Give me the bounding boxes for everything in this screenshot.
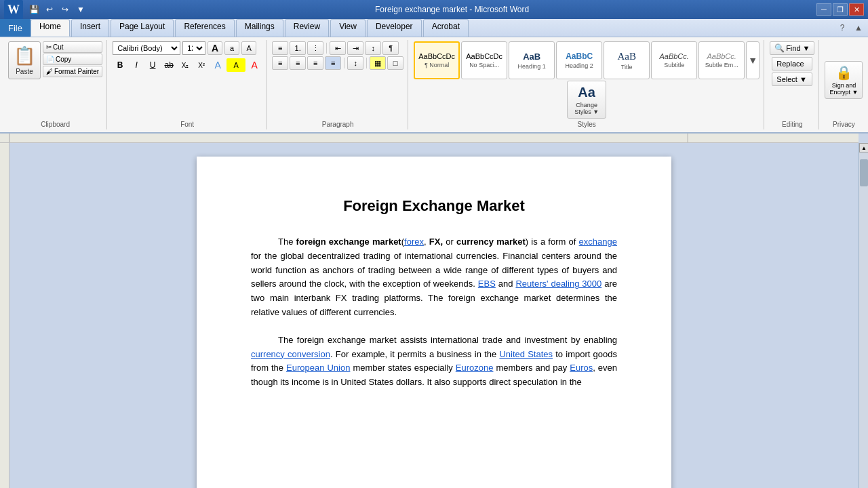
link-exchange[interactable]: exchange bbox=[579, 237, 617, 247]
cut-button[interactable]: ✂Cut bbox=[43, 41, 102, 53]
tab-home[interactable]: Home bbox=[31, 19, 70, 37]
bold-fx: FX, bbox=[429, 237, 443, 247]
font-format-row: B I U ab X₂ X² A A A bbox=[113, 58, 262, 72]
editing-group: 🔍 Find ▼ Replace Select ▼ Editing bbox=[766, 40, 819, 129]
font-family-select[interactable]: Calibri (Body) bbox=[113, 41, 180, 55]
font-size-select[interactable]: 12 bbox=[182, 41, 205, 55]
replace-button[interactable]: Replace bbox=[772, 57, 812, 70]
sort-button[interactable]: ↕ bbox=[365, 41, 381, 55]
center-button[interactable]: ≡ bbox=[290, 56, 306, 70]
bullets-button[interactable]: ≡ bbox=[272, 41, 288, 55]
align-left-button[interactable]: ≡ bbox=[272, 56, 288, 70]
tab-developer[interactable]: Developer bbox=[367, 19, 422, 37]
select-button[interactable]: Select ▼ bbox=[772, 73, 812, 86]
save-button[interactable]: 💾 bbox=[27, 3, 41, 16]
line-spacing-button[interactable]: ↕ bbox=[347, 56, 363, 70]
underline-button[interactable]: U bbox=[145, 58, 160, 72]
link-currency-conversion[interactable]: currency conversion bbox=[251, 349, 330, 359]
font-shrink-button[interactable]: a bbox=[224, 41, 239, 55]
strikethrough-button[interactable]: ab bbox=[161, 58, 176, 72]
vertical-scrollbar[interactable]: ▲ ▼ bbox=[859, 143, 868, 488]
scroll-thumb[interactable] bbox=[860, 159, 868, 186]
scroll-up-button[interactable]: ▲ bbox=[859, 143, 868, 152]
tab-references[interactable]: References bbox=[175, 19, 234, 37]
document-container[interactable]: Foreign Exchange Market The foreign exch… bbox=[9, 143, 859, 488]
link-reuters[interactable]: Reuters' dealing 3000 bbox=[515, 279, 601, 289]
clear-format-button[interactable]: A bbox=[241, 41, 256, 55]
tab-view[interactable]: View bbox=[330, 19, 366, 37]
link-euros[interactable]: Euros bbox=[570, 363, 593, 373]
style-subtle-em-item[interactable]: AaBbCc. Subtle Em... bbox=[698, 41, 745, 79]
undo-button[interactable]: ↩ bbox=[43, 3, 56, 16]
show-marks-button[interactable]: ¶ bbox=[382, 41, 399, 55]
style-heading2-item[interactable]: AaBbC Heading 2 bbox=[556, 41, 602, 79]
format-painter-button[interactable]: 🖌Format Painter bbox=[43, 66, 102, 77]
document-title: Foreign Exchange Market bbox=[251, 197, 617, 215]
close-button[interactable]: ✕ bbox=[849, 3, 864, 16]
styles-group: AaBbCcDc ¶ Normal AaBbCcDc No Spaci... A… bbox=[410, 40, 764, 129]
ribbon-help-button[interactable]: ? bbox=[835, 21, 849, 35]
style-title-preview: AaB bbox=[617, 51, 636, 62]
ruler-corner bbox=[0, 134, 9, 143]
decrease-indent-button[interactable]: ⇤ bbox=[330, 41, 346, 55]
tab-page-layout[interactable]: Page Layout bbox=[111, 19, 174, 37]
justify-button[interactable]: ≡ bbox=[325, 56, 341, 70]
editing-label: Editing bbox=[782, 119, 803, 128]
highlight-color-button[interactable]: A bbox=[226, 58, 245, 72]
ribbon-minimize-button[interactable]: ▲ bbox=[852, 21, 865, 35]
styles-label: Styles bbox=[578, 119, 596, 128]
privacy-label: Privacy bbox=[833, 119, 855, 128]
numbering-button[interactable]: 1. bbox=[290, 41, 306, 55]
word-app-icon: W bbox=[4, 0, 23, 19]
tab-acrobat[interactable]: Acrobat bbox=[423, 19, 469, 37]
tab-review[interactable]: Review bbox=[285, 19, 329, 37]
horizontal-ruler bbox=[9, 134, 859, 143]
tab-file[interactable]: File bbox=[0, 19, 31, 37]
font-grow-button[interactable]: A bbox=[208, 41, 222, 55]
clipboard-label: Clipboard bbox=[41, 119, 70, 128]
restore-button[interactable]: ❐ bbox=[833, 3, 848, 16]
italic-button[interactable]: I bbox=[129, 58, 144, 72]
shading-button[interactable]: ▦ bbox=[370, 56, 386, 70]
bold-text-foreign-exchange-market: foreign exchange market bbox=[296, 237, 401, 247]
minimize-button[interactable]: ─ bbox=[816, 3, 831, 16]
bold-currency-market: currency market bbox=[456, 237, 526, 247]
link-ebs[interactable]: EBS bbox=[478, 279, 496, 289]
font-label: Font bbox=[180, 119, 194, 128]
tab-insert[interactable]: Insert bbox=[71, 19, 109, 37]
link-forex[interactable]: forex bbox=[404, 237, 424, 247]
style-title-item[interactable]: AaB Title bbox=[604, 41, 650, 79]
clipboard-small-buttons: ✂Cut 📄Copy 🖌Format Painter bbox=[43, 41, 102, 77]
paste-button[interactable]: 📋 Paste bbox=[8, 41, 41, 79]
border-button[interactable]: □ bbox=[387, 56, 403, 70]
style-no-spacing-item[interactable]: AaBbCcDc No Spaci... bbox=[461, 41, 507, 79]
window-title: Foreign exchange market - Microsoft Word bbox=[87, 5, 816, 14]
main-content-area: Foreign Exchange Market The foreign exch… bbox=[0, 143, 868, 488]
redo-button[interactable]: ↪ bbox=[58, 3, 72, 16]
style-subtitle-item[interactable]: AaBbCc. Subtitle bbox=[651, 41, 697, 79]
style-heading2-preview: AaBbC bbox=[566, 52, 593, 61]
change-styles-button[interactable]: Aa ChangeStyles ▼ bbox=[567, 81, 606, 119]
find-button[interactable]: 🔍 Find ▼ bbox=[770, 41, 814, 55]
text-effects-button[interactable]: A bbox=[210, 58, 225, 72]
subscript-button[interactable]: X₂ bbox=[178, 58, 193, 72]
align-right-button[interactable]: ≡ bbox=[307, 56, 323, 70]
font-color-button[interactable]: A bbox=[247, 58, 262, 72]
sign-encrypt-button[interactable]: 🔒 Sign and Encrypt ▼ bbox=[825, 61, 863, 99]
style-more-item[interactable]: ▼ bbox=[746, 41, 760, 79]
superscript-button[interactable]: X² bbox=[194, 58, 209, 72]
link-united-states[interactable]: United States bbox=[499, 349, 553, 359]
link-eurozone[interactable]: Eurozone bbox=[456, 363, 494, 373]
copy-button[interactable]: 📄Copy bbox=[43, 54, 102, 65]
tab-mailings[interactable]: Mailings bbox=[236, 19, 283, 37]
qa-dropdown-button[interactable]: ▼ bbox=[74, 3, 87, 16]
multilevel-list-button[interactable]: ⋮ bbox=[307, 41, 323, 55]
link-european-union[interactable]: European Union bbox=[286, 363, 350, 373]
document-paragraph-1: The foreign exchange market(forex, FX, o… bbox=[251, 235, 617, 320]
increase-indent-button[interactable]: ⇥ bbox=[347, 41, 363, 55]
scroll-track[interactable] bbox=[859, 152, 868, 488]
paragraph-row2: ≡ ≡ ≡ ≡ ↕ ▦ □ bbox=[272, 56, 403, 70]
style-normal-item[interactable]: AaBbCcDc ¶ Normal bbox=[414, 41, 460, 79]
bold-button[interactable]: B bbox=[113, 58, 127, 72]
style-heading1-item[interactable]: AaB Heading 1 bbox=[509, 41, 555, 79]
